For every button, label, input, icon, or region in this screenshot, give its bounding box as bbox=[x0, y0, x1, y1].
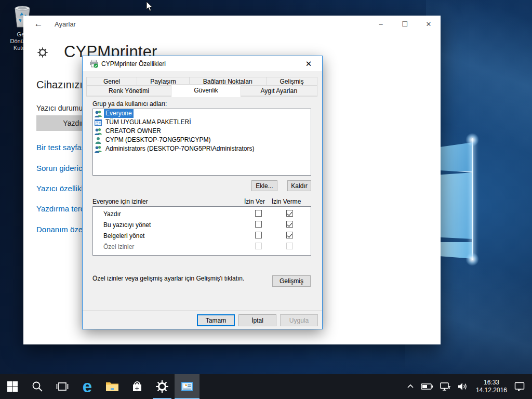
advanced-button[interactable]: Gelişmiş bbox=[272, 275, 311, 287]
glow-highlight bbox=[466, 133, 479, 147]
speaker-icon[interactable] bbox=[454, 374, 472, 399]
tab-gelismis[interactable]: Gelişmiş bbox=[266, 77, 317, 86]
permission-row-manage-documents: Belgeleri yönet bbox=[93, 231, 311, 240]
permission-row-manage-printer: Bu yazıcıyı yönet bbox=[93, 220, 311, 229]
task-view-button[interactable] bbox=[50, 374, 75, 399]
ok-button[interactable]: Tamam bbox=[197, 314, 235, 326]
close-button[interactable]: ✕ bbox=[417, 16, 441, 32]
allow-checkbox-manage-documents[interactable] bbox=[255, 232, 262, 238]
allow-column-header: İzin Ver bbox=[241, 198, 268, 205]
apply-button: Uygula bbox=[280, 314, 318, 326]
deny-checkbox-special bbox=[286, 243, 293, 249]
list-item-cypm-user[interactable]: CYPM (DESKTOP-7ONG5PR\CYPM) bbox=[93, 136, 311, 144]
list-item-everyone[interactable]: Everyone bbox=[93, 109, 311, 118]
group-icon bbox=[94, 127, 102, 136]
allow-checkbox-special bbox=[255, 243, 262, 249]
permissions-box: Yazdır Bu yazıcıyı yönet Belgeleri yönet… bbox=[92, 206, 311, 256]
remove-button[interactable]: Kaldır bbox=[287, 180, 311, 191]
network-icon[interactable] bbox=[436, 374, 454, 399]
app-packages-icon bbox=[94, 118, 102, 127]
advanced-hint: Özel izinler veya gelişmiş ayarlar için … bbox=[92, 275, 244, 282]
allow-checkbox-manage-printer[interactable] bbox=[255, 221, 262, 228]
chevron-up-icon[interactable] bbox=[403, 374, 418, 399]
glow-highlight bbox=[466, 252, 479, 266]
printer-icon bbox=[89, 59, 98, 70]
file-explorer-icon[interactable] bbox=[100, 374, 125, 399]
tab-aygit-ayarlari[interactable]: Aygıt Ayarları bbox=[241, 85, 317, 96]
action-center-icon[interactable] bbox=[511, 374, 532, 399]
list-item-all-app-packages[interactable]: TÜM UYGULAMA PAKETLERİ bbox=[93, 118, 311, 127]
deny-checkbox-print[interactable] bbox=[286, 210, 293, 217]
deny-checkbox-manage-printer[interactable] bbox=[286, 221, 293, 228]
search-icon[interactable] bbox=[25, 374, 50, 399]
taskbar-clock[interactable]: 16:33 14.12.2016 bbox=[472, 379, 511, 394]
deny-column-header: İzin Verme bbox=[271, 198, 302, 205]
clock-date: 14.12.2016 bbox=[476, 387, 507, 394]
store-icon[interactable] bbox=[125, 374, 150, 399]
dialog-title: CYPMprinter Özellikleri bbox=[101, 60, 166, 68]
clock-time: 16:33 bbox=[476, 379, 507, 387]
windows-logo-edge bbox=[472, 138, 473, 260]
allow-checkbox-print[interactable] bbox=[255, 210, 262, 217]
tab-genel[interactable]: Genel bbox=[86, 77, 137, 86]
window-controls: – ☐ ✕ bbox=[369, 16, 441, 32]
minimize-button[interactable]: – bbox=[369, 16, 393, 32]
battery-icon[interactable] bbox=[418, 374, 436, 399]
add-button[interactable]: Ekle... bbox=[251, 180, 277, 191]
light-beam bbox=[426, 0, 532, 156]
desktop: Geri Dönüşüm Kutusu ← Ayarlar – ☐ ✕ bbox=[0, 0, 532, 399]
printer-window-taskbar-icon[interactable] bbox=[175, 374, 200, 399]
settings-titlebar[interactable]: ← Ayarlar – ☐ ✕ bbox=[23, 16, 441, 32]
footer-divider bbox=[83, 310, 322, 311]
close-icon[interactable]: ✕ bbox=[298, 56, 319, 71]
permissions-for-label: Everyone için izinler bbox=[92, 198, 148, 205]
deny-checkbox-manage-documents[interactable] bbox=[286, 232, 293, 238]
edge-browser-icon[interactable]: e bbox=[75, 374, 100, 399]
taskbar: e bbox=[0, 374, 532, 399]
settings-taskbar-icon[interactable] bbox=[150, 374, 175, 399]
dialog-titlebar[interactable]: CYPMprinter Özellikleri ✕ bbox=[83, 56, 322, 71]
system-tray: 16:33 14.12.2016 bbox=[403, 374, 532, 399]
group-icon bbox=[94, 145, 102, 153]
group-users-label: Grup ya da kullanıcı adları: bbox=[92, 100, 167, 108]
tab-renk-yonetimi[interactable]: Renk Yönetimi bbox=[86, 85, 171, 96]
printer-properties-dialog: CYPMprinter Özellikleri ✕ Genel Paylaşım… bbox=[82, 56, 323, 329]
group-icon bbox=[94, 110, 102, 118]
gear-icon bbox=[37, 47, 48, 60]
cancel-button[interactable]: İptal bbox=[238, 314, 276, 326]
group-users-listbox[interactable]: Everyone TÜM UYGULAMA PAKETLERİ CREATOR … bbox=[92, 109, 311, 176]
printer-status-label: Yazıcı durumu: bbox=[36, 104, 85, 112]
list-item-creator-owner[interactable]: CREATOR OWNER bbox=[93, 127, 311, 136]
mouse-cursor bbox=[146, 1, 154, 15]
start-button[interactable] bbox=[0, 374, 25, 399]
back-arrow-icon[interactable]: ← bbox=[30, 17, 47, 31]
permission-row-special: Özel izinler bbox=[93, 242, 311, 251]
tab-guvenlik[interactable]: Güvenlik bbox=[171, 84, 241, 97]
list-item-administrators[interactable]: Administrators (DESKTOP-7ONG5PR\Administ… bbox=[93, 144, 311, 153]
settings-window-title: Ayarlar bbox=[55, 20, 76, 28]
permission-row-print: Yazdır bbox=[93, 209, 311, 218]
maximize-button[interactable]: ☐ bbox=[393, 16, 417, 32]
user-icon bbox=[94, 136, 102, 144]
